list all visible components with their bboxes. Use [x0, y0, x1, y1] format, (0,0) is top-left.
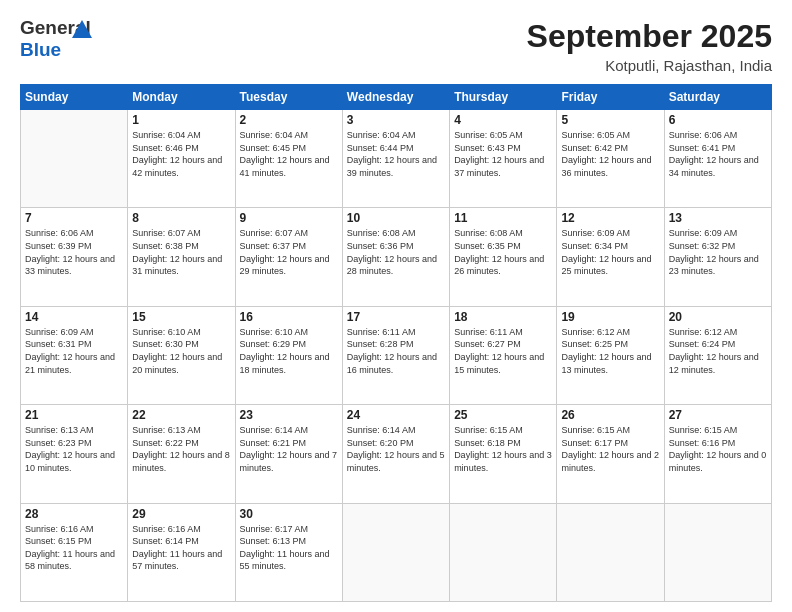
day-info: Sunrise: 6:05 AM Sunset: 6:43 PM Dayligh…: [454, 129, 552, 179]
day-number: 9: [240, 211, 338, 225]
day-info: Sunrise: 6:11 AM Sunset: 6:28 PM Dayligh…: [347, 326, 445, 376]
table-row: [450, 503, 557, 601]
day-info: Sunrise: 6:04 AM Sunset: 6:46 PM Dayligh…: [132, 129, 230, 179]
table-row: 12Sunrise: 6:09 AM Sunset: 6:34 PM Dayli…: [557, 208, 664, 306]
day-info: Sunrise: 6:11 AM Sunset: 6:27 PM Dayligh…: [454, 326, 552, 376]
day-info: Sunrise: 6:14 AM Sunset: 6:20 PM Dayligh…: [347, 424, 445, 474]
table-row: 8Sunrise: 6:07 AM Sunset: 6:38 PM Daylig…: [128, 208, 235, 306]
day-number: 19: [561, 310, 659, 324]
day-info: Sunrise: 6:16 AM Sunset: 6:15 PM Dayligh…: [25, 523, 123, 573]
day-info: Sunrise: 6:12 AM Sunset: 6:25 PM Dayligh…: [561, 326, 659, 376]
table-row: 28Sunrise: 6:16 AM Sunset: 6:15 PM Dayli…: [21, 503, 128, 601]
location: Kotputli, Rajasthan, India: [527, 57, 772, 74]
table-row: 15Sunrise: 6:10 AM Sunset: 6:30 PM Dayli…: [128, 306, 235, 404]
table-row: 18Sunrise: 6:11 AM Sunset: 6:27 PM Dayli…: [450, 306, 557, 404]
day-info: Sunrise: 6:16 AM Sunset: 6:14 PM Dayligh…: [132, 523, 230, 573]
table-row: 7Sunrise: 6:06 AM Sunset: 6:39 PM Daylig…: [21, 208, 128, 306]
table-row: [664, 503, 771, 601]
day-number: 15: [132, 310, 230, 324]
table-row: 27Sunrise: 6:15 AM Sunset: 6:16 PM Dayli…: [664, 405, 771, 503]
table-row: 19Sunrise: 6:12 AM Sunset: 6:25 PM Dayli…: [557, 306, 664, 404]
day-number: 20: [669, 310, 767, 324]
day-number: 11: [454, 211, 552, 225]
page-header: General Blue September 2025 Kotputli, Ra…: [20, 18, 772, 74]
calendar-week-row: 21Sunrise: 6:13 AM Sunset: 6:23 PM Dayli…: [21, 405, 772, 503]
day-number: 17: [347, 310, 445, 324]
day-info: Sunrise: 6:05 AM Sunset: 6:42 PM Dayligh…: [561, 129, 659, 179]
day-info: Sunrise: 6:04 AM Sunset: 6:44 PM Dayligh…: [347, 129, 445, 179]
day-number: 2: [240, 113, 338, 127]
table-row: 22Sunrise: 6:13 AM Sunset: 6:22 PM Dayli…: [128, 405, 235, 503]
day-info: Sunrise: 6:15 AM Sunset: 6:16 PM Dayligh…: [669, 424, 767, 474]
day-number: 26: [561, 408, 659, 422]
table-row: 1Sunrise: 6:04 AM Sunset: 6:46 PM Daylig…: [128, 110, 235, 208]
day-number: 14: [25, 310, 123, 324]
day-info: Sunrise: 6:04 AM Sunset: 6:45 PM Dayligh…: [240, 129, 338, 179]
table-row: 25Sunrise: 6:15 AM Sunset: 6:18 PM Dayli…: [450, 405, 557, 503]
calendar-week-row: 14Sunrise: 6:09 AM Sunset: 6:31 PM Dayli…: [21, 306, 772, 404]
day-number: 13: [669, 211, 767, 225]
day-info: Sunrise: 6:14 AM Sunset: 6:21 PM Dayligh…: [240, 424, 338, 474]
day-number: 18: [454, 310, 552, 324]
header-thursday: Thursday: [450, 85, 557, 110]
table-row: 30Sunrise: 6:17 AM Sunset: 6:13 PM Dayli…: [235, 503, 342, 601]
day-number: 8: [132, 211, 230, 225]
day-number: 21: [25, 408, 123, 422]
table-row: 13Sunrise: 6:09 AM Sunset: 6:32 PM Dayli…: [664, 208, 771, 306]
day-number: 10: [347, 211, 445, 225]
table-row: 16Sunrise: 6:10 AM Sunset: 6:29 PM Dayli…: [235, 306, 342, 404]
day-number: 7: [25, 211, 123, 225]
calendar-week-row: 1Sunrise: 6:04 AM Sunset: 6:46 PM Daylig…: [21, 110, 772, 208]
day-info: Sunrise: 6:07 AM Sunset: 6:37 PM Dayligh…: [240, 227, 338, 277]
day-info: Sunrise: 6:13 AM Sunset: 6:23 PM Dayligh…: [25, 424, 123, 474]
day-number: 24: [347, 408, 445, 422]
day-info: Sunrise: 6:09 AM Sunset: 6:31 PM Dayligh…: [25, 326, 123, 376]
svg-marker-0: [72, 20, 92, 38]
day-number: 3: [347, 113, 445, 127]
calendar-table: Sunday Monday Tuesday Wednesday Thursday…: [20, 84, 772, 602]
month-title: September 2025: [527, 18, 772, 55]
calendar-header-row: Sunday Monday Tuesday Wednesday Thursday…: [21, 85, 772, 110]
logo-icon: [72, 20, 92, 40]
logo: General Blue: [20, 18, 130, 63]
day-info: Sunrise: 6:06 AM Sunset: 6:39 PM Dayligh…: [25, 227, 123, 277]
table-row: 9Sunrise: 6:07 AM Sunset: 6:37 PM Daylig…: [235, 208, 342, 306]
day-info: Sunrise: 6:09 AM Sunset: 6:32 PM Dayligh…: [669, 227, 767, 277]
table-row: 17Sunrise: 6:11 AM Sunset: 6:28 PM Dayli…: [342, 306, 449, 404]
day-info: Sunrise: 6:10 AM Sunset: 6:30 PM Dayligh…: [132, 326, 230, 376]
table-row: 14Sunrise: 6:09 AM Sunset: 6:31 PM Dayli…: [21, 306, 128, 404]
header-sunday: Sunday: [21, 85, 128, 110]
header-monday: Monday: [128, 85, 235, 110]
table-row: 2Sunrise: 6:04 AM Sunset: 6:45 PM Daylig…: [235, 110, 342, 208]
logo-blue: Blue: [20, 40, 61, 61]
day-number: 16: [240, 310, 338, 324]
table-row: 11Sunrise: 6:08 AM Sunset: 6:35 PM Dayli…: [450, 208, 557, 306]
table-row: 23Sunrise: 6:14 AM Sunset: 6:21 PM Dayli…: [235, 405, 342, 503]
day-number: 12: [561, 211, 659, 225]
title-area: September 2025 Kotputli, Rajasthan, Indi…: [527, 18, 772, 74]
day-number: 4: [454, 113, 552, 127]
table-row: [342, 503, 449, 601]
day-info: Sunrise: 6:10 AM Sunset: 6:29 PM Dayligh…: [240, 326, 338, 376]
day-info: Sunrise: 6:13 AM Sunset: 6:22 PM Dayligh…: [132, 424, 230, 474]
day-info: Sunrise: 6:09 AM Sunset: 6:34 PM Dayligh…: [561, 227, 659, 277]
day-info: Sunrise: 6:12 AM Sunset: 6:24 PM Dayligh…: [669, 326, 767, 376]
table-row: 21Sunrise: 6:13 AM Sunset: 6:23 PM Dayli…: [21, 405, 128, 503]
header-wednesday: Wednesday: [342, 85, 449, 110]
day-number: 30: [240, 507, 338, 521]
day-info: Sunrise: 6:15 AM Sunset: 6:18 PM Dayligh…: [454, 424, 552, 474]
header-saturday: Saturday: [664, 85, 771, 110]
table-row: 24Sunrise: 6:14 AM Sunset: 6:20 PM Dayli…: [342, 405, 449, 503]
table-row: 26Sunrise: 6:15 AM Sunset: 6:17 PM Dayli…: [557, 405, 664, 503]
day-info: Sunrise: 6:15 AM Sunset: 6:17 PM Dayligh…: [561, 424, 659, 474]
day-info: Sunrise: 6:06 AM Sunset: 6:41 PM Dayligh…: [669, 129, 767, 179]
table-row: 3Sunrise: 6:04 AM Sunset: 6:44 PM Daylig…: [342, 110, 449, 208]
table-row: 10Sunrise: 6:08 AM Sunset: 6:36 PM Dayli…: [342, 208, 449, 306]
day-number: 1: [132, 113, 230, 127]
calendar-week-row: 7Sunrise: 6:06 AM Sunset: 6:39 PM Daylig…: [21, 208, 772, 306]
table-row: 5Sunrise: 6:05 AM Sunset: 6:42 PM Daylig…: [557, 110, 664, 208]
day-number: 25: [454, 408, 552, 422]
header-friday: Friday: [557, 85, 664, 110]
day-number: 5: [561, 113, 659, 127]
table-row: 20Sunrise: 6:12 AM Sunset: 6:24 PM Dayli…: [664, 306, 771, 404]
